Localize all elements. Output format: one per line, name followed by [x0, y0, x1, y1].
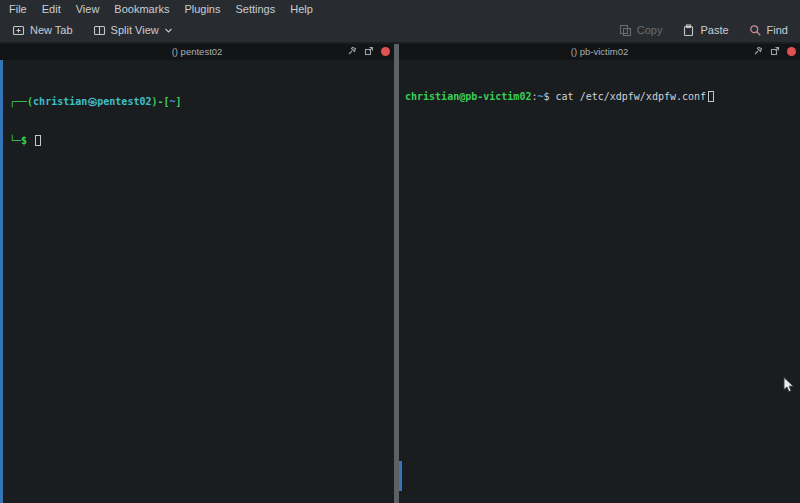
copy-button[interactable]: Copy — [614, 21, 668, 40]
chevron-down-icon — [164, 27, 173, 34]
pane-header-pb-victim02[interactable]: () pb-victim02 — [399, 44, 800, 60]
find-label: Find — [767, 24, 788, 36]
pin-icon[interactable] — [347, 46, 357, 56]
mouse-cursor — [783, 377, 795, 393]
split-view-button[interactable]: Split View — [88, 21, 178, 40]
split-view-icon — [93, 24, 106, 37]
close-pane-button[interactable] — [787, 47, 796, 56]
terminal-pb-victim02[interactable]: christian@pb-victim02:~$ cat /etc/xdpfw/… — [399, 60, 800, 503]
pane-header-icons — [347, 46, 390, 56]
terminal-output: christian@pb-victim02:~$ cat /etc/xdpfw/… — [399, 60, 800, 129]
find-icon — [749, 24, 762, 37]
prompt-line: christian@pb-victim02:~$ cat /etc/xdpfw/… — [405, 90, 796, 103]
detach-icon[interactable] — [364, 46, 374, 56]
prompt-user-host: christian㉿pentest02 — [33, 96, 151, 107]
scrollbar[interactable] — [0, 60, 3, 503]
paste-button[interactable]: Paste — [677, 21, 733, 40]
pin-icon[interactable] — [753, 46, 763, 56]
prompt-frame: )-[ — [151, 96, 169, 107]
command-text: cat /etc/xdpfw/xdpfw.conf — [550, 91, 707, 102]
konsole-window: File Edit View Bookmarks Plugins Setting… — [0, 0, 800, 503]
close-pane-button[interactable] — [381, 47, 390, 56]
menu-item-settings[interactable]: Settings — [235, 3, 275, 15]
pane-pb-victim02: () pb-victim02 — [399, 44, 800, 503]
new-tab-button[interactable]: New Tab — [7, 21, 78, 40]
copy-label: Copy — [637, 24, 663, 36]
menu-item-view[interactable]: View — [76, 3, 100, 15]
text-cursor — [35, 135, 41, 146]
toolbar-left-group: New Tab Split View — [7, 21, 178, 40]
detach-icon[interactable] — [770, 46, 780, 56]
pane-title: () pb-victim02 — [399, 46, 800, 57]
new-tab-label: New Tab — [30, 24, 73, 36]
prompt-line-2: └─$ — [9, 134, 390, 147]
toolbar: New Tab Split View — [0, 18, 800, 44]
copy-icon — [619, 24, 632, 37]
pane-pentest02: () pentest02 — [0, 44, 394, 503]
find-button[interactable]: Find — [744, 21, 793, 40]
scrollbar[interactable] — [399, 461, 402, 491]
prompt-frame: ] — [176, 96, 182, 107]
split-view-label: Split View — [111, 24, 159, 36]
pane-header-icons — [753, 46, 796, 56]
menu-item-help[interactable]: Help — [290, 3, 313, 15]
new-tab-icon — [12, 24, 25, 37]
prompt-symbol: └─$ — [9, 135, 33, 146]
toolbar-right-group: Copy Paste Find — [614, 21, 793, 40]
pane-header-pentest02[interactable]: () pentest02 — [0, 44, 394, 60]
terminal-output: ┌──(christian㉿pentest02)-[~] └─$ — [0, 60, 394, 173]
prompt-frame: ┌──( — [9, 96, 33, 107]
menu-bar: File Edit View Bookmarks Plugins Setting… — [0, 0, 800, 18]
menu-item-plugins[interactable]: Plugins — [184, 3, 220, 15]
prompt-line-1: ┌──(christian㉿pentest02)-[~] — [9, 95, 390, 108]
terminal-pentest02[interactable]: ┌──(christian㉿pentest02)-[~] └─$ — [0, 60, 394, 503]
text-cursor — [708, 91, 714, 102]
menu-item-file[interactable]: File — [9, 3, 27, 15]
pane-title: () pentest02 — [0, 46, 394, 57]
paste-icon — [682, 24, 695, 37]
paste-label: Paste — [700, 24, 728, 36]
menu-item-bookmarks[interactable]: Bookmarks — [114, 3, 169, 15]
menu-item-edit[interactable]: Edit — [42, 3, 61, 15]
split-view-container: () pentest02 — [0, 44, 800, 503]
prompt-user-host: christian@pb-victim02 — [405, 91, 531, 102]
